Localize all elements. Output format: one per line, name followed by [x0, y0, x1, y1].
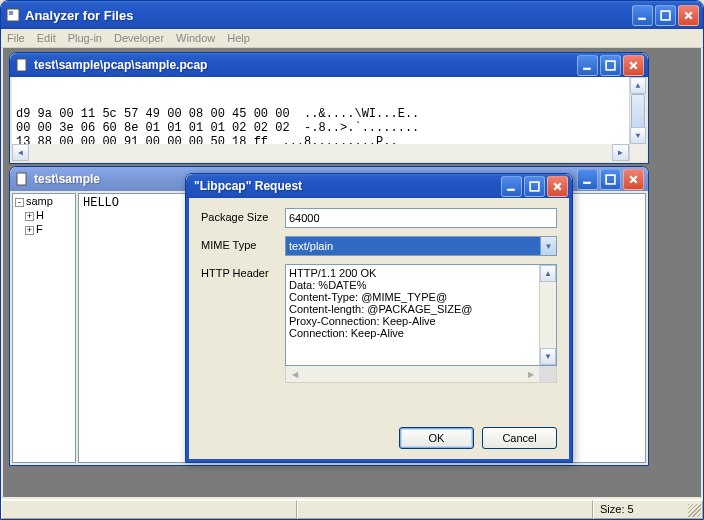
svg-rect-8	[583, 181, 591, 183]
textarea-vscroll[interactable]: ▲▼	[539, 265, 556, 365]
document-icon	[14, 57, 30, 73]
tree-root[interactable]: -samp	[13, 194, 75, 208]
hex-content[interactable]: d9 9a 00 11 5c 57 49 00 08 00 45 00 00 .…	[10, 77, 648, 163]
minimize-button[interactable]	[632, 5, 653, 26]
menu-help[interactable]: Help	[227, 32, 250, 44]
hex-window: test\sample\pcap\sample.pcap d9 9a 00 11…	[9, 52, 649, 164]
tree-maximize-button[interactable]	[600, 169, 621, 190]
resize-grip-icon[interactable]	[688, 504, 701, 517]
dialog-titlebar[interactable]: "Libpcap" Request	[186, 174, 572, 198]
main-title: Analyzer for Files	[25, 8, 632, 23]
dialog-maximize-button[interactable]	[524, 176, 545, 197]
tree-close-button[interactable]	[623, 169, 644, 190]
hex-title: test\sample\pcap\sample.pcap	[34, 58, 577, 72]
menu-edit[interactable]: Edit	[37, 32, 56, 44]
dialog-minimize-button[interactable]	[501, 176, 522, 197]
dialog-title: "Libpcap" Request	[190, 179, 501, 193]
cancel-button[interactable]: Cancel	[482, 427, 557, 449]
chevron-down-icon[interactable]: ▼	[540, 236, 557, 256]
close-button[interactable]	[678, 5, 699, 26]
request-dialog: "Libpcap" Request Package Size MIME Type…	[185, 173, 573, 463]
svg-rect-3	[661, 11, 670, 20]
main-titlebar[interactable]: Analyzer for Files	[1, 1, 703, 29]
mime-type-input[interactable]	[285, 236, 540, 256]
svg-rect-11	[530, 182, 539, 191]
svg-rect-4	[17, 59, 26, 71]
status-size: Size: 5	[593, 500, 703, 519]
textarea-hscroll[interactable]: ◀▶	[285, 366, 557, 383]
http-header-textarea[interactable]: HTTP/1.1 200 OK Data: %DATE% Content-Typ…	[285, 264, 557, 366]
ok-button[interactable]: OK	[399, 427, 474, 449]
svg-rect-9	[606, 175, 615, 184]
svg-rect-7	[17, 173, 26, 185]
hex-hscroll[interactable]: ◀▶	[12, 144, 629, 161]
svg-rect-10	[507, 188, 515, 190]
expand-icon[interactable]: +	[25, 212, 34, 221]
menu-plugin[interactable]: Plug-in	[68, 32, 102, 44]
status-cell-2	[297, 500, 593, 519]
document-icon	[14, 171, 30, 187]
expand-icon[interactable]: +	[25, 226, 34, 235]
tree-pane[interactable]: -samp +H +F	[12, 193, 76, 463]
menubar: File Edit Plug-in Developer Window Help	[1, 29, 703, 48]
package-size-input[interactable]	[285, 208, 557, 228]
svg-rect-1	[9, 11, 13, 15]
http-header-label: HTTP Header	[201, 264, 281, 279]
mime-type-label: MIME Type	[201, 236, 281, 251]
hex-titlebar[interactable]: test\sample\pcap\sample.pcap	[10, 53, 648, 77]
mime-type-combo[interactable]: ▼	[285, 236, 557, 256]
hex-minimize-button[interactable]	[577, 55, 598, 76]
dialog-close-button[interactable]	[547, 176, 568, 197]
hex-vscroll[interactable]: ▲▼	[629, 77, 646, 161]
status-cell-1	[1, 500, 297, 519]
dialog-body: Package Size MIME Type ▼ HTTP Header HTT…	[186, 198, 572, 462]
menu-developer[interactable]: Developer	[114, 32, 164, 44]
tree-child[interactable]: +F	[13, 222, 75, 236]
package-size-label: Package Size	[201, 208, 281, 223]
svg-rect-2	[638, 17, 646, 19]
maximize-button[interactable]	[655, 5, 676, 26]
app-icon	[5, 7, 21, 23]
menu-window[interactable]: Window	[176, 32, 215, 44]
svg-rect-5	[583, 67, 591, 69]
statusbar: Size: 5	[1, 499, 703, 519]
collapse-icon[interactable]: -	[15, 198, 24, 207]
hex-maximize-button[interactable]	[600, 55, 621, 76]
menu-file[interactable]: File	[7, 32, 25, 44]
tree-minimize-button[interactable]	[577, 169, 598, 190]
tree-child[interactable]: +H	[13, 208, 75, 222]
svg-rect-6	[606, 61, 615, 70]
hex-close-button[interactable]	[623, 55, 644, 76]
